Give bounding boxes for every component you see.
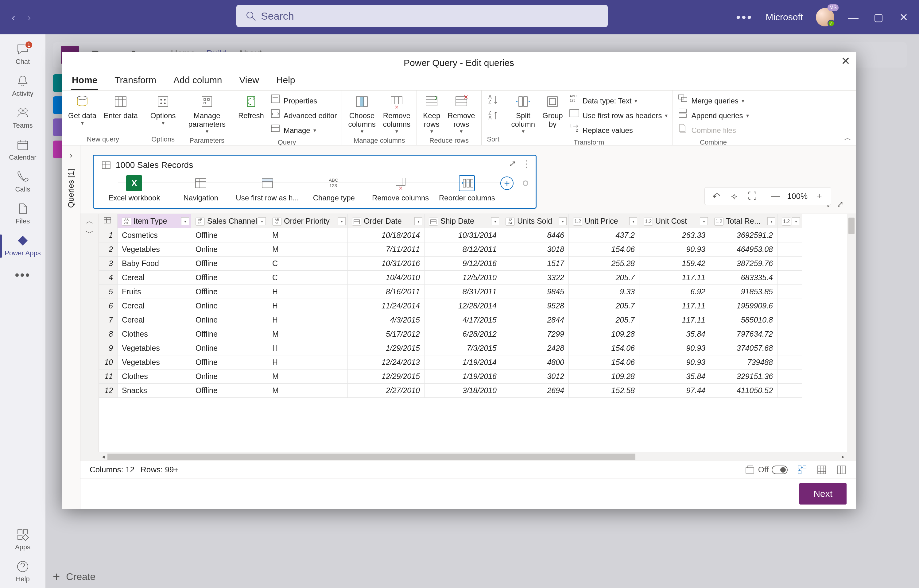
column-header[interactable]: 1.2Unit Cost▾ <box>640 214 710 228</box>
cell[interactable]: 2428 <box>501 341 569 355</box>
cell[interactable]: 1959909.6 <box>710 299 777 313</box>
cell[interactable]: 8/12/2011 <box>425 242 501 257</box>
properties-button[interactable]: Properties <box>268 94 339 108</box>
manage-query-button[interactable]: Manage <box>268 123 339 138</box>
cell[interactable]: Offline <box>191 285 268 299</box>
rail-apps[interactable]: Apps <box>0 524 45 556</box>
cell[interactable]: 35.84 <box>640 327 710 341</box>
cell[interactable]: 90.93 <box>640 355 710 370</box>
cell[interactable]: Offline <box>191 355 268 370</box>
ribbon-tab-add-column[interactable]: Add column <box>173 73 223 90</box>
cell[interactable] <box>777 228 802 242</box>
manage-parameters-button[interactable]: Manage parameters <box>185 92 229 136</box>
cell[interactable]: 8/31/2011 <box>425 285 501 299</box>
cell[interactable] <box>777 285 802 299</box>
cell[interactable]: 117.11 <box>640 313 710 327</box>
cell[interactable]: 154.06 <box>569 355 640 370</box>
advanced-editor-button[interactable]: Advanced editor <box>268 108 339 123</box>
column-header[interactable]: Ship Date▾ <box>425 214 501 228</box>
cell[interactable] <box>777 355 802 370</box>
cell[interactable]: 4/17/2015 <box>425 313 501 327</box>
cell[interactable]: 7299 <box>501 327 569 341</box>
cell[interactable]: 585010.8 <box>710 313 777 327</box>
cell[interactable]: 10/31/2014 <box>425 228 501 242</box>
collapse-rows-icon[interactable]: ︿ <box>86 216 94 226</box>
cell[interactable]: Online <box>191 242 268 257</box>
first-row-headers-button[interactable]: Use first row as headers <box>567 108 670 123</box>
replace-values-button[interactable]: 12Replace values <box>567 123 670 138</box>
options-button[interactable]: Options <box>147 92 179 128</box>
cell[interactable]: 3322 <box>501 271 569 285</box>
table-row[interactable]: 1 Cosmetics Offline M 10/18/2014 10/31/2… <box>99 228 802 242</box>
column-dropdown[interactable]: ▾ <box>559 217 567 225</box>
cell[interactable]: 374057.68 <box>710 341 777 355</box>
cell[interactable]: 387259.76 <box>710 257 777 271</box>
remove-rows-button[interactable]: Remove rows <box>444 92 478 136</box>
cell[interactable]: 109.28 <box>569 327 640 341</box>
column-dropdown[interactable]: ▾ <box>491 217 499 225</box>
fit-button[interactable]: ⟡ <box>728 190 740 202</box>
table-row[interactable]: 5 Fruits Offline H 8/16/2011 8/31/2011 9… <box>99 285 802 299</box>
cell[interactable]: Online <box>191 370 268 384</box>
cell[interactable]: 6.92 <box>640 285 710 299</box>
cell[interactable]: Online <box>191 341 268 355</box>
data-grid[interactable]: ABcdItem Type▾ABcdSales Channel▾ABcdOrde… <box>99 214 856 452</box>
cell[interactable]: 3012 <box>501 370 569 384</box>
cell[interactable]: 5/17/2012 <box>348 327 425 341</box>
corner-cell[interactable] <box>99 214 118 228</box>
rail-files[interactable]: Files <box>0 198 45 230</box>
column-dropdown[interactable]: ▾ <box>338 217 346 225</box>
cell[interactable]: 152.58 <box>569 384 640 398</box>
zoom-out-button[interactable]: — <box>769 190 782 202</box>
cell[interactable] <box>777 257 802 271</box>
column-dropdown[interactable]: ▾ <box>414 217 422 225</box>
column-dropdown[interactable]: ▾ <box>181 217 189 225</box>
cell[interactable]: 739488 <box>710 355 777 370</box>
cell[interactable]: 464953.08 <box>710 242 777 257</box>
cell[interactable]: H <box>268 299 348 313</box>
cell[interactable]: 1/29/2015 <box>348 341 425 355</box>
data-type-button[interactable]: ABC123Data type: Text <box>567 94 670 108</box>
step-first-row[interactable]: Use first row as h... <box>234 175 301 202</box>
ribbon-tab-help[interactable]: Help <box>276 73 296 90</box>
refresh-button[interactable]: Refresh <box>234 92 268 121</box>
schema-view-icon[interactable] <box>797 465 807 475</box>
cell[interactable]: 205.7 <box>569 271 640 285</box>
cell[interactable]: 3692591.2 <box>710 228 777 242</box>
cell[interactable]: M <box>268 327 348 341</box>
cell[interactable]: 7/3/2015 <box>425 341 501 355</box>
cell[interactable]: Offline <box>191 257 268 271</box>
cell[interactable]: 9.33 <box>569 285 640 299</box>
user-avatar[interactable]: MS ✓ <box>816 8 834 26</box>
cell[interactable] <box>777 341 802 355</box>
sort-desc-button[interactable]: ZA <box>487 110 499 123</box>
cell[interactable]: 117.11 <box>640 271 710 285</box>
cell[interactable] <box>777 271 802 285</box>
rail-teams[interactable]: Teams <box>0 102 45 134</box>
cell[interactable]: 90.93 <box>640 242 710 257</box>
add-step-button[interactable]: + <box>500 176 514 190</box>
cell[interactable]: M <box>268 228 348 242</box>
cell[interactable]: 2/27/2010 <box>348 384 425 398</box>
cell[interactable]: 10/31/2016 <box>348 257 425 271</box>
cell[interactable]: 35.84 <box>640 370 710 384</box>
expand-queries-icon[interactable]: › <box>69 150 73 160</box>
cell[interactable]: 91853.85 <box>710 285 777 299</box>
cell[interactable]: 329151.36 <box>710 370 777 384</box>
cell[interactable] <box>777 299 802 313</box>
table-row[interactable]: 4 Cereal Offline C 10/4/2010 12/5/2010 3… <box>99 271 802 285</box>
column-view-icon[interactable] <box>836 465 846 475</box>
column-header[interactable]: 1.2Total Re...▾ <box>710 214 777 228</box>
cell[interactable]: 97.44 <box>640 384 710 398</box>
cell[interactable]: 3018 <box>501 242 569 257</box>
cell[interactable]: Offline <box>191 271 268 285</box>
cell[interactable]: C <box>268 271 348 285</box>
cell[interactable]: M <box>268 384 348 398</box>
ribbon-tab-transform[interactable]: Transform <box>114 73 157 90</box>
cell[interactable]: 109.28 <box>569 370 640 384</box>
cell[interactable]: 10/4/2010 <box>348 271 425 285</box>
cell[interactable] <box>777 370 802 384</box>
cell[interactable] <box>777 242 802 257</box>
cell[interactable]: 205.7 <box>569 299 640 313</box>
diagram-more-icon[interactable]: ⋮ <box>522 159 531 169</box>
